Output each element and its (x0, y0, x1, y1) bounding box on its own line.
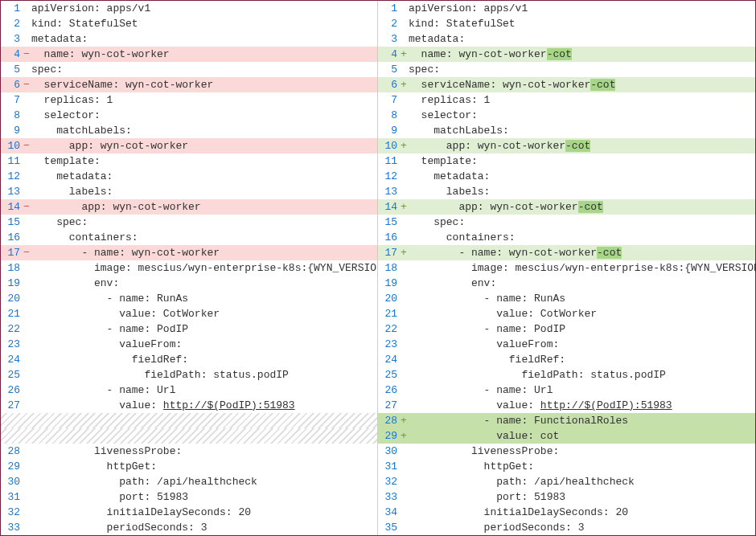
code-line[interactable]: 25 fieldPath: status.podIP (378, 367, 755, 383)
code-line[interactable]: 34 initialDelaySeconds: 20 (378, 505, 755, 520)
code-line[interactable]: 5spec: (1, 62, 377, 77)
code-content: - name: Url (31, 383, 377, 398)
diff-added-marker (401, 276, 409, 291)
code-content: value: CotWorker (409, 306, 755, 321)
code-line[interactable]: 27 value: http://$(PodIP):51983 (1, 398, 377, 413)
line-number: 22 (1, 321, 23, 337)
diff-removed-marker (23, 383, 31, 398)
code-line[interactable]: 23 valueFrom: (1, 337, 377, 352)
code-line[interactable]: 28 livenessProbe: (1, 444, 377, 459)
diff-added-marker (401, 230, 409, 245)
code-line[interactable]: 10+ app: wyn-cot-worker-cot (378, 138, 755, 153)
code-line[interactable]: 27 value: http://$(PodIP):51983 (378, 398, 755, 413)
line-number: 1 (378, 1, 401, 16)
code-line[interactable]: 29+ value: cot (378, 428, 755, 444)
code-line[interactable]: 30 path: /api/healthcheck (1, 474, 377, 489)
code-content: valueFrom: (31, 337, 377, 352)
diff-added-marker (401, 108, 409, 123)
code-line[interactable]: 16 containers: (1, 230, 377, 245)
code-line[interactable]: 6− serviceName: wyn-cot-worker (1, 77, 377, 92)
code-line[interactable]: 2kind: StatefulSet (378, 16, 755, 31)
code-line[interactable]: 25 fieldPath: status.podIP (1, 367, 377, 383)
code-line[interactable]: 8 selector: (1, 108, 377, 123)
code-line[interactable]: 15 spec: (378, 215, 755, 230)
code-line[interactable]: 17+ - name: wyn-cot-worker-cot (378, 245, 755, 260)
diff-right-pane[interactable]: 1apiVersion: apps/v12kind: StatefulSet3m… (378, 1, 755, 535)
code-line[interactable]: 1apiVersion: apps/v1 (1, 1, 377, 16)
code-line[interactable]: 14− app: wyn-cot-worker (1, 199, 377, 215)
line-number: 33 (378, 489, 401, 505)
code-line[interactable]: 3metadata: (378, 31, 755, 47)
line-number: 12 (1, 169, 23, 184)
code-content: containers: (31, 230, 377, 245)
code-content: value: CotWorker (31, 306, 377, 321)
code-line[interactable]: 3metadata: (1, 31, 377, 47)
code-line[interactable]: 4− name: wyn-cot-worker (1, 47, 377, 62)
code-line[interactable]: 21 value: CotWorker (378, 306, 755, 321)
code-line[interactable]: 12 metadata: (1, 169, 377, 184)
code-content: - name: wyn-cot-worker (31, 245, 377, 260)
code-line[interactable]: 32 initialDelaySeconds: 20 (1, 505, 377, 520)
code-line[interactable]: 11 template: (1, 153, 377, 169)
code-line[interactable] (1, 428, 377, 444)
code-line[interactable]: 9 matchLabels: (1, 123, 377, 138)
code-line[interactable]: 19 env: (378, 276, 755, 291)
code-content: serviceName: wyn-cot-worker-cot (409, 77, 755, 92)
code-line[interactable]: 4+ name: wyn-cot-worker-cot (378, 47, 755, 62)
code-line[interactable]: 28+ - name: FunctionalRoles (378, 413, 755, 428)
code-line[interactable]: 21 value: CotWorker (1, 306, 377, 321)
code-line[interactable]: 5spec: (378, 62, 755, 77)
line-number: 15 (378, 215, 401, 230)
code-line[interactable]: 9 matchLabels: (378, 123, 755, 138)
code-line[interactable]: 11 template: (378, 153, 755, 169)
code-content: image: mescius/wyn-enterprise-k8s:{WYN_V… (409, 260, 755, 276)
code-line[interactable]: 30 livenessProbe: (378, 444, 755, 459)
code-line[interactable]: 10− app: wyn-cot-worker (1, 138, 377, 153)
diff-removed-marker: − (23, 199, 31, 215)
diff-added-marker (401, 367, 409, 383)
code-line[interactable]: 31 port: 51983 (1, 489, 377, 505)
code-content: livenessProbe: (409, 444, 755, 459)
code-line[interactable]: 15 spec: (1, 215, 377, 230)
code-line[interactable]: 26 - name: Url (1, 383, 377, 398)
line-number: 23 (1, 337, 23, 352)
code-line[interactable]: 18 image: mescius/wyn-enterprise-k8s:{WY… (1, 260, 377, 276)
code-line[interactable]: 33 port: 51983 (378, 489, 755, 505)
code-line[interactable]: 29 httpGet: (1, 459, 377, 474)
code-line[interactable]: 22 - name: PodIP (1, 321, 377, 337)
diff-added-marker (401, 184, 409, 199)
code-line[interactable]: 17− - name: wyn-cot-worker (1, 245, 377, 260)
code-line[interactable]: 22 - name: PodIP (378, 321, 755, 337)
code-line[interactable]: 24 fieldRef: (378, 352, 755, 367)
code-line[interactable]: 7 replicas: 1 (378, 92, 755, 108)
diff-removed-marker (23, 62, 31, 77)
diff-left-pane[interactable]: 1apiVersion: apps/v12kind: StatefulSet3m… (1, 1, 378, 535)
code-content: value: http://$(PodIP):51983 (409, 398, 755, 413)
code-line[interactable]: 32 path: /api/healthcheck (378, 474, 755, 489)
code-line[interactable]: 18 image: mescius/wyn-enterprise-k8s:{WY… (378, 260, 755, 276)
code-line[interactable]: 20 - name: RunAs (1, 291, 377, 306)
code-line[interactable]: 12 metadata: (378, 169, 755, 184)
code-content: metadata: (31, 31, 377, 47)
code-content: periodSeconds: 3 (409, 520, 755, 535)
code-line[interactable]: 35 periodSeconds: 3 (378, 520, 755, 535)
code-line[interactable]: 6+ serviceName: wyn-cot-worker-cot (378, 77, 755, 92)
diff-added-marker: + (401, 199, 409, 215)
code-line[interactable]: 26 - name: Url (378, 383, 755, 398)
code-line[interactable]: 14+ app: wyn-cot-worker-cot (378, 199, 755, 215)
code-line[interactable]: 13 labels: (378, 184, 755, 199)
code-line[interactable]: 33 periodSeconds: 3 (1, 520, 377, 535)
code-line[interactable]: 2kind: StatefulSet (1, 16, 377, 31)
code-line[interactable]: 13 labels: (1, 184, 377, 199)
code-line[interactable]: 19 env: (1, 276, 377, 291)
code-line[interactable]: 31 httpGet: (378, 459, 755, 474)
code-line[interactable]: 16 containers: (378, 230, 755, 245)
code-line[interactable]: 23 valueFrom: (378, 337, 755, 352)
code-line[interactable]: 1apiVersion: apps/v1 (378, 1, 755, 16)
code-line[interactable] (1, 413, 377, 428)
code-line[interactable]: 20 - name: RunAs (378, 291, 755, 306)
code-line[interactable]: 7 replicas: 1 (1, 92, 377, 108)
line-number: 29 (1, 459, 23, 474)
code-line[interactable]: 24 fieldRef: (1, 352, 377, 367)
code-line[interactable]: 8 selector: (378, 108, 755, 123)
